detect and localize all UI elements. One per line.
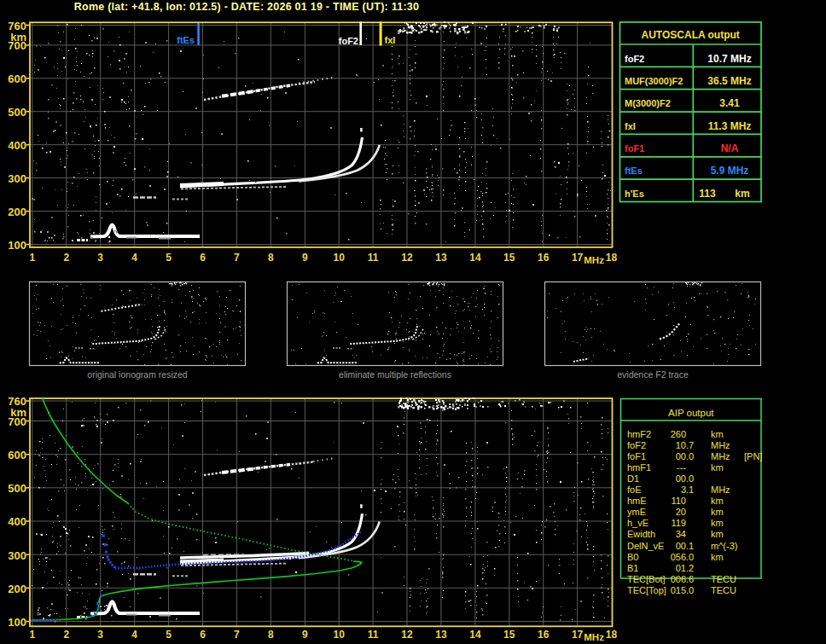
svg-text:.2: .2 — [686, 563, 694, 573]
svg-text:500: 500 — [8, 106, 26, 119]
svg-text:20: 20 — [676, 507, 686, 517]
svg-text:3: 3 — [97, 629, 103, 641]
svg-text:hmF2: hmF2 — [627, 429, 651, 439]
svg-text:5: 5 — [166, 252, 172, 264]
svg-text:km: km — [711, 552, 724, 562]
svg-text:8: 8 — [268, 629, 274, 641]
svg-text:foF1: foF1 — [627, 451, 646, 461]
svg-text:h_vE: h_vE — [627, 518, 649, 528]
svg-text:TECU: TECU — [711, 574, 736, 584]
svg-text:foF1: foF1 — [625, 143, 644, 154]
svg-text:B0: B0 — [627, 552, 638, 562]
svg-text:ftEs: ftEs — [177, 35, 195, 45]
svg-text:.0: .0 — [686, 585, 694, 595]
svg-text:foF2: foF2 — [625, 54, 644, 64]
svg-text:015: 015 — [671, 585, 686, 595]
svg-text:600: 600 — [8, 449, 26, 461]
svg-text:km: km — [711, 518, 724, 528]
svg-text:11: 11 — [368, 629, 379, 641]
svg-text:hmE: hmE — [627, 496, 647, 506]
svg-text:.1: .1 — [686, 541, 694, 551]
svg-text:.0: .0 — [686, 473, 694, 484]
svg-text:km: km — [711, 462, 724, 473]
svg-text:foF2: foF2 — [339, 36, 358, 46]
svg-text:MHz: MHz — [584, 632, 604, 642]
svg-text:foF2: foF2 — [627, 440, 646, 450]
svg-text:14: 14 — [469, 629, 481, 641]
svg-text:01: 01 — [676, 563, 686, 573]
svg-text:M(3000)F2: M(3000)F2 — [625, 98, 671, 108]
svg-text:B1: B1 — [627, 563, 638, 573]
svg-text:m^(-3): m^(-3) — [711, 541, 737, 551]
svg-text:ymE: ymE — [627, 507, 646, 517]
svg-text:1: 1 — [30, 252, 36, 264]
svg-text:TEC[Top]: TEC[Top] — [627, 585, 666, 595]
svg-text:00: 00 — [676, 451, 686, 461]
svg-text:4: 4 — [131, 252, 137, 264]
svg-text:7: 7 — [234, 252, 240, 264]
svg-text:17: 17 — [572, 252, 584, 264]
svg-text:TEC[Bot]: TEC[Bot] — [627, 574, 666, 584]
svg-text:16: 16 — [538, 629, 550, 641]
svg-text:5.9 MHz: 5.9 MHz — [711, 165, 749, 177]
svg-text:N/A: N/A — [721, 142, 739, 154]
svg-text:fxI: fxI — [625, 121, 636, 131]
svg-text:300: 300 — [8, 549, 26, 562]
svg-text:7: 7 — [234, 629, 240, 641]
svg-text:Ewidth: Ewidth — [627, 529, 655, 539]
svg-text:15: 15 — [503, 252, 515, 264]
svg-text:34: 34 — [676, 529, 686, 539]
svg-text:MUF(3000)F2: MUF(3000)F2 — [625, 76, 683, 86]
svg-text:260: 260 — [671, 429, 686, 439]
svg-text:.0: .0 — [686, 451, 694, 461]
svg-text:.1: .1 — [686, 484, 694, 495]
svg-text:14: 14 — [469, 252, 481, 264]
svg-text:00: 00 — [676, 541, 686, 551]
svg-text:11.3 MHz: 11.3 MHz — [708, 120, 752, 132]
svg-text:km: km — [10, 406, 26, 419]
svg-text:D1: D1 — [627, 473, 639, 484]
svg-text:eliminate multiple reflections: eliminate multiple reflections — [339, 369, 451, 380]
svg-text:400: 400 — [8, 515, 26, 528]
svg-text:km: km — [10, 31, 26, 44]
svg-text:18: 18 — [606, 629, 618, 641]
svg-text:200: 200 — [8, 206, 26, 218]
svg-text:17: 17 — [572, 629, 584, 641]
svg-text:3.41: 3.41 — [719, 97, 740, 109]
svg-text:500: 500 — [8, 482, 26, 495]
svg-text:km: km — [711, 429, 724, 439]
svg-text:10.7 MHz: 10.7 MHz — [707, 53, 751, 65]
svg-text:---: --- — [677, 462, 686, 473]
svg-text:16: 16 — [538, 252, 550, 264]
svg-text:ftEs: ftEs — [625, 165, 643, 176]
svg-text:6: 6 — [200, 629, 206, 641]
svg-text:15: 15 — [503, 629, 515, 641]
svg-text:foE: foE — [627, 484, 642, 495]
svg-text:AUTOSCALA output: AUTOSCALA output — [642, 29, 740, 41]
svg-text:3: 3 — [97, 252, 103, 264]
svg-text:1: 1 — [30, 629, 36, 641]
svg-text:hmF1: hmF1 — [627, 462, 651, 473]
svg-text:18: 18 — [606, 252, 618, 264]
svg-text:100: 100 — [8, 616, 26, 629]
svg-text:.7: .7 — [686, 440, 694, 450]
svg-text:300: 300 — [8, 172, 26, 185]
svg-text:Rome (lat: +41.8, lon: 012.5): Rome (lat: +41.8, lon: 012.5) - DATE: 20… — [74, 1, 419, 13]
svg-text:4: 4 — [131, 629, 137, 641]
svg-text:km: km — [711, 507, 724, 517]
svg-text:km: km — [735, 188, 749, 200]
svg-text:12: 12 — [401, 252, 413, 264]
svg-text:MHz: MHz — [711, 451, 730, 461]
svg-text:original ionogram resized: original ionogram resized — [87, 369, 187, 380]
svg-text:2: 2 — [63, 629, 69, 641]
svg-text:100: 100 — [8, 239, 26, 252]
svg-text:00: 00 — [676, 473, 686, 484]
svg-text:h'Es: h'Es — [625, 189, 644, 199]
svg-text:5: 5 — [166, 629, 172, 641]
svg-text:10: 10 — [334, 629, 346, 641]
svg-text:km: km — [711, 496, 724, 506]
svg-text:MHz: MHz — [711, 484, 730, 495]
svg-text:MHz: MHz — [711, 440, 730, 450]
svg-text:6: 6 — [200, 252, 206, 264]
svg-text:DelN_vE: DelN_vE — [627, 541, 664, 551]
